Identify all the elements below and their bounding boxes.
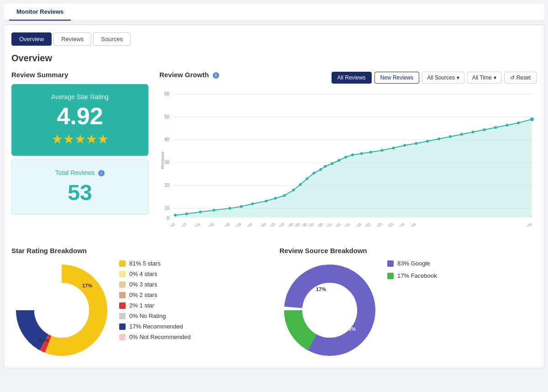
swatch-recommended — [119, 323, 126, 330]
svg-text:10: 10 — [164, 206, 170, 211]
svg-point-15 — [185, 212, 188, 215]
svg-point-38 — [403, 144, 406, 147]
avg-star-label: Average Star Rating — [21, 93, 139, 101]
dropdown-arrow-icon: ▾ — [457, 74, 459, 81]
svg-text:May 2016: May 2016 — [200, 222, 215, 227]
nav-tab-reviews[interactable]: Reviews — [53, 32, 91, 46]
svg-point-24 — [292, 189, 295, 191]
legend-item-4star: 0% 4 stars — [119, 270, 190, 277]
svg-text:17%: 17% — [82, 283, 92, 288]
reset-icon: ↺ — [510, 74, 515, 81]
swatch-not-recommended — [119, 334, 126, 340]
svg-text:Nov 2012: Nov 2012 — [162, 222, 176, 227]
reset-button[interactable]: ↺ Reset — [504, 72, 537, 84]
legend-item-norating: 0% No Rating — [119, 313, 190, 319]
svg-text:Jan 2024: Jan 2024 — [392, 222, 406, 227]
star-icons: ★★★★★ — [21, 132, 139, 147]
all-sources-dropdown[interactable]: All Sources ▾ — [422, 72, 464, 84]
svg-point-45 — [483, 128, 486, 131]
nav-tabs: Overview Reviews Sources — [11, 32, 537, 46]
source-donut-chart: 83% 17% — [279, 260, 380, 360]
nav-tab-overview[interactable]: Overview — [11, 32, 52, 46]
svg-point-20 — [251, 202, 254, 205]
svg-point-22 — [274, 197, 277, 200]
svg-point-42 — [449, 135, 452, 138]
svg-point-40 — [426, 140, 429, 143]
svg-text:Mar 2014: Mar 2014 — [187, 222, 201, 227]
svg-point-47 — [506, 124, 508, 127]
review-growth-chart: 60 50 40 30 20 10 0 Reviews — [159, 90, 537, 236]
svg-point-35 — [369, 151, 372, 154]
top-tab-monitor-reviews[interactable]: Monitor Reviews — [9, 4, 71, 21]
legend-item-recommended: 17% Recommended — [119, 323, 190, 330]
star-donut-section: 81% 17% 81% 5 stars 0% 4 stars — [11, 260, 269, 360]
svg-point-78 — [34, 283, 89, 338]
svg-point-49 — [530, 117, 534, 121]
star-breakdown-title: Star Rating Breakdown — [11, 247, 269, 254]
source-donut-section: 83% 17% 83% Google 17% Facebook — [279, 260, 537, 360]
svg-point-36 — [381, 149, 384, 152]
source-legend: 83% Google 17% Facebook — [387, 260, 437, 279]
svg-text:30: 30 — [164, 160, 170, 165]
avg-star-value: 4.92 — [21, 104, 139, 128]
svg-point-19 — [240, 205, 242, 208]
swatch-3star — [119, 281, 126, 288]
svg-text:0: 0 — [167, 216, 169, 221]
nav-tab-sources[interactable]: Sources — [93, 32, 131, 46]
review-growth-info-icon[interactable]: i — [213, 72, 219, 79]
star-legend: 81% 5 stars 0% 4 stars 0% 3 stars 0 — [119, 260, 190, 340]
review-summary-title: Review Summary — [11, 71, 148, 79]
swatch-norating — [119, 313, 126, 319]
swatch-google — [387, 260, 394, 267]
legend-item-google: 83% Google — [387, 260, 437, 267]
svg-text:Reviews: Reviews — [160, 152, 165, 169]
svg-text:83%: 83% — [346, 326, 356, 332]
svg-point-39 — [415, 142, 417, 145]
svg-point-28 — [319, 168, 322, 171]
dropdown-arrow-icon2: ▾ — [494, 74, 496, 81]
total-reviews-value: 53 — [21, 180, 139, 205]
svg-point-46 — [494, 126, 497, 129]
page-title: Overview — [11, 53, 537, 64]
legend-item-5star: 81% 5 stars — [119, 260, 190, 267]
total-reviews-label: Total Reviews i — [21, 169, 139, 176]
swatch-4star — [119, 271, 126, 277]
svg-point-26 — [306, 177, 308, 180]
total-reviews-info-icon[interactable]: i — [98, 170, 105, 176]
svg-text:50: 50 — [164, 114, 170, 119]
all-time-dropdown[interactable]: All Time ▾ — [467, 72, 501, 84]
legend-item-2star: 0% 2 stars — [119, 291, 190, 298]
svg-point-25 — [299, 183, 302, 186]
new-reviews-button[interactable]: New Reviews — [374, 72, 420, 84]
svg-point-41 — [437, 138, 440, 140]
svg-text:Aug 2019: Aug 2019 — [253, 222, 267, 227]
swatch-facebook — [387, 273, 394, 279]
total-reviews-card: Total Reviews i 53 — [11, 159, 148, 215]
legend-item-facebook: 17% Facebook — [387, 272, 437, 279]
svg-text:60: 60 — [164, 91, 170, 96]
svg-point-14 — [174, 214, 177, 217]
swatch-2star — [119, 292, 126, 298]
svg-text:81%: 81% — [39, 338, 49, 343]
svg-point-34 — [360, 152, 363, 155]
legend-item-not-recommended: 0% Not Recommended — [119, 334, 190, 340]
svg-text:Jul 2023: Jul 2023 — [381, 222, 394, 227]
svg-text:Jan 2022: Jan 2022 — [349, 222, 363, 227]
avg-star-card: Average Star Rating 4.92 ★★★★★ — [11, 84, 148, 156]
svg-point-18 — [228, 207, 231, 210]
svg-point-32 — [344, 156, 347, 159]
swatch-1star — [119, 302, 126, 309]
swatch-5star — [119, 260, 126, 267]
source-breakdown-title: Review Source Breakdown — [279, 247, 537, 254]
svg-text:40: 40 — [164, 137, 170, 142]
svg-text:Apr 2023: Apr 2023 — [369, 222, 383, 227]
svg-point-43 — [460, 133, 463, 136]
chart-controls: All Reviews New Reviews All Sources ▾ Al… — [332, 72, 537, 84]
all-reviews-button[interactable]: All Reviews — [332, 72, 372, 84]
svg-point-27 — [312, 172, 315, 175]
svg-text:17%: 17% — [316, 286, 326, 292]
svg-point-31 — [337, 159, 340, 162]
svg-point-17 — [212, 209, 215, 212]
svg-point-30 — [331, 162, 333, 165]
star-donut-chart: 81% 17% — [11, 260, 112, 360]
